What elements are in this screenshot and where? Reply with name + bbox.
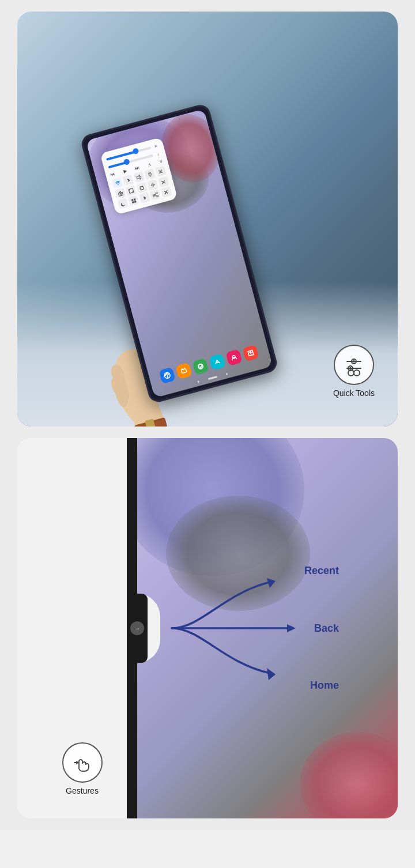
svg-marker-41 bbox=[287, 624, 296, 632]
gestures-icon-svg bbox=[71, 751, 94, 774]
grid-icon bbox=[128, 195, 139, 206]
app-icon-1 bbox=[159, 367, 175, 384]
brightness-thumb bbox=[132, 148, 139, 154]
x3-icon bbox=[160, 186, 172, 198]
bt3-icon bbox=[139, 192, 150, 203]
gestures-badge: Gestures bbox=[37, 742, 127, 795]
brightness-icon: ☀ bbox=[152, 143, 159, 150]
share-icon bbox=[150, 189, 161, 201]
settings-icon bbox=[147, 179, 159, 191]
back-label: Back bbox=[314, 622, 339, 635]
volume-thumb bbox=[123, 158, 130, 165]
card2-right-panel: Recent Back Home bbox=[137, 438, 398, 818]
svg-point-21 bbox=[156, 195, 158, 197]
app-icon-3 bbox=[192, 358, 209, 375]
close2-icon bbox=[158, 176, 169, 188]
tablet-app-icons bbox=[148, 342, 270, 387]
down-icon: ∨ bbox=[159, 158, 164, 164]
svg-marker-4 bbox=[137, 175, 141, 179]
screenshot-icon bbox=[126, 185, 137, 197]
quick-tools-badge: Quick Tools bbox=[333, 345, 375, 398]
svg-marker-43 bbox=[267, 668, 276, 680]
quick-tools-icon-circle bbox=[334, 345, 374, 385]
svg-rect-19 bbox=[134, 201, 137, 203]
up-icon: ∧ bbox=[147, 161, 152, 167]
svg-rect-12 bbox=[140, 186, 144, 190]
svg-rect-11 bbox=[129, 188, 134, 193]
page-wrapper: ☀ ♪ ⏮ bbox=[0, 0, 415, 830]
svg-line-15 bbox=[161, 180, 165, 184]
prev-icon: ⏮ bbox=[110, 171, 116, 178]
svg-line-8 bbox=[159, 169, 163, 173]
svg-rect-9 bbox=[118, 192, 123, 196]
svg-line-5 bbox=[140, 175, 141, 176]
gestures-card: Gestures → bbox=[17, 438, 398, 818]
quick-tools-card: ☀ ♪ ⏮ bbox=[17, 12, 398, 427]
moon-icon bbox=[117, 198, 129, 209]
svg-point-39 bbox=[354, 370, 360, 376]
location-icon bbox=[144, 168, 156, 180]
tablet-hand-container: ☀ ♪ ⏮ bbox=[57, 95, 322, 427]
svg-point-30 bbox=[198, 364, 203, 369]
svg-line-23 bbox=[154, 194, 156, 195]
app-icon-6 bbox=[242, 345, 259, 361]
nav-dot-2 bbox=[226, 373, 228, 375]
recent-label: Recent bbox=[304, 565, 339, 577]
bluetooth-icon bbox=[123, 175, 134, 186]
swipe-arrow-indicator: → bbox=[130, 621, 144, 635]
wifi-icon bbox=[112, 178, 123, 189]
blob-pink bbox=[300, 732, 398, 818]
gestures-label: Gestures bbox=[66, 786, 99, 795]
svg-rect-18 bbox=[132, 201, 134, 203]
svg-point-37 bbox=[349, 367, 352, 369]
play-icon: ▶ bbox=[123, 168, 127, 174]
svg-point-3 bbox=[117, 183, 118, 184]
nav-home bbox=[208, 376, 217, 380]
card2-left-panel: Gestures bbox=[17, 438, 127, 818]
close-icon bbox=[155, 165, 167, 177]
app-icon-4 bbox=[209, 353, 225, 370]
app-icon-5 bbox=[225, 349, 242, 366]
gesture-arrows-container: Recent Back Home bbox=[154, 548, 350, 709]
svg-rect-17 bbox=[133, 198, 135, 201]
svg-point-10 bbox=[119, 193, 121, 195]
quick-tools-icon-svg bbox=[342, 353, 365, 376]
tablet-edge-divider: → bbox=[127, 438, 137, 818]
app-icon-2 bbox=[175, 363, 192, 379]
home-label: Home bbox=[310, 680, 339, 692]
volume-off-icon bbox=[133, 172, 145, 183]
svg-point-13 bbox=[152, 183, 154, 186]
square-icon bbox=[136, 182, 148, 194]
nav-dot-1 bbox=[197, 380, 199, 383]
camera-icon bbox=[115, 188, 126, 199]
svg-rect-16 bbox=[131, 199, 134, 201]
next-icon: ⏭ bbox=[134, 165, 140, 171]
volume-icon: ♪ bbox=[154, 150, 161, 157]
quick-tools-label: Quick Tools bbox=[333, 388, 375, 398]
svg-point-6 bbox=[149, 173, 150, 174]
svg-point-34 bbox=[353, 360, 355, 363]
gestures-icon-circle bbox=[62, 742, 103, 783]
svg-line-26 bbox=[164, 190, 168, 194]
